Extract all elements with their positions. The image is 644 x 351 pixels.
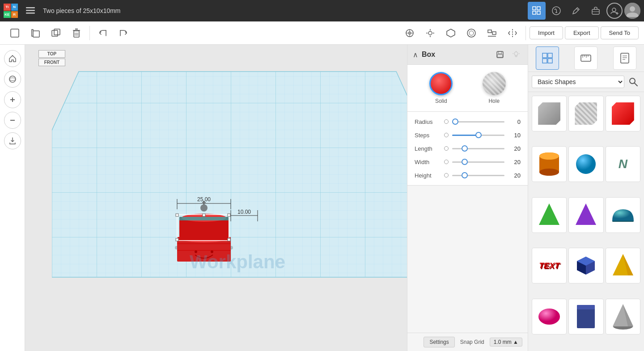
height-row: Height 20 xyxy=(415,171,521,180)
shape-item-sphere[interactable] xyxy=(568,146,603,182)
steps-slider[interactable] xyxy=(452,135,504,136)
width-dot[interactable] xyxy=(444,160,449,164)
svg-point-85 xyxy=(514,52,518,55)
steps-row: Steps 10 xyxy=(415,131,521,140)
tools-button[interactable] xyxy=(567,2,585,20)
zoom-in-button[interactable] xyxy=(4,91,21,108)
width-slider[interactable] xyxy=(452,161,504,163)
view-cube-front[interactable]: FRONT xyxy=(38,59,65,66)
shape-item-cube-blue[interactable] xyxy=(568,248,603,283)
steps-slider-container xyxy=(452,131,504,140)
redo-button[interactable] xyxy=(114,24,133,42)
svg-point-108 xyxy=(576,154,596,174)
download-button[interactable] xyxy=(4,132,21,149)
polygon-mode-button[interactable] xyxy=(441,24,460,42)
width-row: Width 20 xyxy=(415,157,521,166)
orbit-button[interactable] xyxy=(4,71,21,88)
undo-button[interactable] xyxy=(93,24,112,42)
shape-item-box-striped[interactable] xyxy=(568,96,603,131)
svg-point-102 xyxy=(630,78,635,84)
shape-box-striped-visual xyxy=(575,102,597,125)
duplicate-button[interactable] xyxy=(47,24,65,42)
shape-item-pyramid-purple[interactable] xyxy=(568,197,603,233)
main-content: 25.00 10.00 Workplane TOP FRONT ∧ Box xyxy=(0,45,644,351)
send-to-button[interactable]: Send To xyxy=(601,26,639,39)
shapes-panel: Basic Shapes xyxy=(528,45,644,351)
shapes-grid-tab[interactable] xyxy=(536,47,559,70)
shape-item-box-gray[interactable] xyxy=(532,96,567,131)
toolbar-divider-2 xyxy=(525,26,526,40)
radius-row: Radius 0 xyxy=(415,117,521,126)
radius-slider-container xyxy=(452,117,504,126)
shape-item-cone-gray[interactable] xyxy=(606,299,640,334)
length-dot[interactable] xyxy=(444,146,449,151)
svg-rect-93 xyxy=(581,55,591,61)
settings-button[interactable]: Settings xyxy=(424,337,454,347)
shape-halfball-visual xyxy=(612,208,634,222)
snap-grid-value[interactable]: 1.0 mm ▲ xyxy=(490,338,522,347)
properties-light-icon[interactable] xyxy=(510,48,522,61)
new-button[interactable] xyxy=(5,24,24,42)
shapes-category-select[interactable]: Basic Shapes xyxy=(532,76,624,88)
shapes-search-button[interactable] xyxy=(626,75,640,89)
view-cube-top[interactable]: TOP xyxy=(38,50,65,58)
properties-collapse-icon[interactable]: ∧ xyxy=(413,51,418,59)
shapes-ruler-tab[interactable] xyxy=(574,47,597,70)
align-button[interactable] xyxy=(483,24,501,42)
svg-rect-92 xyxy=(548,59,552,63)
properties-save-icon[interactable] xyxy=(494,48,506,61)
height-slider-container xyxy=(452,171,504,180)
solid-option[interactable]: Solid xyxy=(429,72,453,104)
svg-rect-65 xyxy=(228,214,230,216)
copy-button[interactable] xyxy=(26,24,45,42)
shape-item-cylinder[interactable] xyxy=(532,146,567,182)
svg-rect-66 xyxy=(176,238,178,241)
mirror-button[interactable] xyxy=(503,24,522,42)
radius-slider[interactable] xyxy=(452,121,504,123)
export-button[interactable]: Export xyxy=(565,26,599,39)
steps-dot[interactable] xyxy=(444,133,449,137)
shape-item-ellipsoid[interactable] xyxy=(532,299,567,334)
shape-item-box-red[interactable] xyxy=(606,96,640,131)
width-slider-container xyxy=(452,157,504,166)
shape-item-n-logo[interactable]: N xyxy=(606,146,640,182)
perspective-view-button[interactable] xyxy=(400,24,419,42)
light-button[interactable] xyxy=(421,24,440,42)
add-user-button[interactable] xyxy=(606,3,623,19)
zoom-out-button[interactable] xyxy=(4,112,21,129)
briefcase-button[interactable] xyxy=(587,2,605,20)
height-value: 20 xyxy=(508,172,521,179)
delete-button[interactable] xyxy=(67,24,86,42)
shape-item-pyramid-yellow[interactable] xyxy=(606,248,640,283)
radius-dot[interactable] xyxy=(444,119,449,124)
document-title: Two pieces of 25x10x10mm xyxy=(39,7,528,14)
shapes-note-tab[interactable] xyxy=(613,47,636,70)
height-slider[interactable] xyxy=(452,175,504,176)
shape-item-pyramid-green[interactable] xyxy=(532,197,567,233)
circle-mode-button[interactable] xyxy=(462,24,481,42)
hole-option[interactable]: Hole xyxy=(483,72,506,104)
notifications-button[interactable] xyxy=(547,2,565,20)
svg-point-30 xyxy=(428,31,432,35)
shape-item-text3d[interactable]: TEXT xyxy=(532,248,567,283)
shape-item-halfball[interactable] xyxy=(606,197,640,233)
svg-rect-90 xyxy=(548,53,552,58)
svg-text:Workplane: Workplane xyxy=(190,251,285,272)
svg-rect-5 xyxy=(533,11,536,14)
logo[interactable]: TI N KE R xyxy=(0,0,21,21)
view-cube[interactable]: TOP FRONT xyxy=(34,50,70,81)
viewport[interactable]: 25.00 10.00 Workplane TOP FRONT xyxy=(25,45,407,351)
shape-sphere-visual xyxy=(575,153,597,175)
svg-point-68 xyxy=(200,204,208,211)
svg-rect-18 xyxy=(52,30,58,36)
menu-button[interactable] xyxy=(21,0,39,21)
import-button[interactable]: Import xyxy=(530,26,563,39)
shape-item-box-darkblue[interactable] xyxy=(568,299,603,334)
svg-rect-3 xyxy=(533,7,536,10)
grid-view-button[interactable] xyxy=(528,2,546,20)
steps-value: 10 xyxy=(508,132,521,139)
home-view-button[interactable] xyxy=(4,50,21,67)
height-dot[interactable] xyxy=(444,173,449,178)
length-slider[interactable] xyxy=(452,148,504,149)
user-avatar[interactable] xyxy=(624,3,640,19)
